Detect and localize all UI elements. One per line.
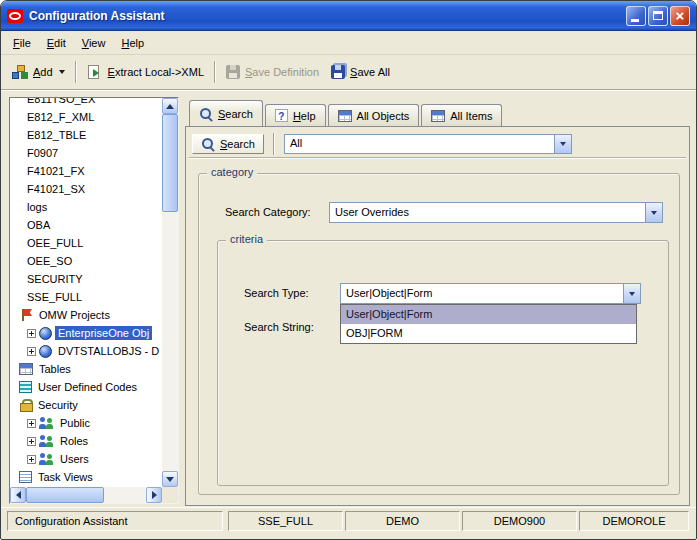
down-arrow-icon — [651, 211, 657, 215]
people-icon — [39, 417, 54, 429]
tree-item[interactable]: User Defined Codes — [10, 378, 162, 396]
status-cell-title: Configuration Assistant — [7, 511, 223, 531]
tree-item-label: Security — [35, 398, 81, 412]
search-type-dropdown[interactable]: User|Object|Form — [340, 283, 641, 304]
search-type-label: Search Type: — [244, 287, 309, 299]
filter-value: All — [285, 134, 554, 153]
save-definition-button: Save Definition — [220, 61, 325, 83]
tab-all-objects[interactable]: All Objects — [328, 104, 420, 126]
tbl-icon — [19, 363, 33, 375]
save-all-button[interactable]: Save All — [325, 61, 396, 83]
tree-item-label: OMW Projects — [36, 308, 113, 322]
expand-plus-icon[interactable] — [27, 347, 36, 356]
dropdown-arrow-icon[interactable] — [59, 70, 65, 74]
save-icon — [226, 65, 240, 79]
close-button[interactable] — [670, 6, 690, 26]
search-category-dropdown[interactable]: User Overrides — [329, 202, 663, 223]
tree-item-label: DVTSTALLOBJS - D — [55, 344, 162, 358]
tree-item[interactable]: Users — [10, 450, 162, 468]
tab-help[interactable]: Help — [265, 104, 326, 126]
extract-icon — [87, 65, 103, 79]
status-cell-version: DEMO900 — [462, 511, 577, 531]
expand-plus-icon[interactable] — [27, 455, 36, 464]
tree-item[interactable]: Task Views — [10, 468, 162, 486]
tree-item[interactable]: Security — [10, 396, 162, 414]
minimize-button[interactable] — [626, 6, 646, 26]
expand-plus-icon[interactable] — [27, 329, 36, 338]
scroll-right-button[interactable] — [146, 487, 162, 503]
maximize-button[interactable] — [648, 6, 668, 26]
menu-edit[interactable]: Edit — [39, 34, 74, 52]
menu-view[interactable]: View — [74, 34, 114, 52]
tree-item[interactable]: E812_TBLE — [10, 126, 162, 144]
tree-item-label: OEE_FULL — [24, 236, 86, 250]
scroll-down-button[interactable] — [162, 471, 178, 487]
tree-item[interactable]: OBA — [10, 216, 162, 234]
toolbar-separator — [214, 61, 216, 83]
right-arrow-icon — [152, 491, 157, 499]
status-cell-user: DEMO — [345, 511, 460, 531]
search-button-label: Search — [220, 138, 255, 150]
tree-item[interactable]: SECURITY — [10, 270, 162, 288]
tree-item[interactable]: OMW Projects — [10, 306, 162, 324]
expand-plus-icon[interactable] — [27, 437, 36, 446]
tree-vertical-scrollbar[interactable] — [162, 98, 178, 487]
tab-all-items[interactable]: All Items — [421, 104, 502, 126]
tab-all-items-label: All Items — [450, 110, 492, 122]
tree-item[interactable]: SSE_FULL — [10, 288, 162, 306]
tree-item-label: EnterpriseOne Obj — [55, 326, 152, 340]
tree-item[interactable]: E812_F_XML — [10, 108, 162, 126]
search-type-value: User|Object|Form — [341, 284, 623, 303]
scroll-up-button[interactable] — [162, 98, 178, 114]
scrollbar-corner — [162, 487, 178, 503]
tree-item-label: Public — [57, 416, 93, 430]
window-controls — [626, 6, 690, 26]
search-filter-dropdown[interactable]: All — [284, 134, 572, 154]
tree-item[interactable]: EnterpriseOne Obj — [10, 324, 162, 342]
search-icon — [201, 137, 215, 151]
task-icon — [19, 471, 32, 483]
option-obj-form[interactable]: OBJ|FORM — [341, 324, 636, 343]
option-user-object-form[interactable]: User|Object|Form — [341, 305, 636, 324]
tree-item[interactable]: Roles — [10, 432, 162, 450]
tree-item-label: SSE_FULL — [24, 290, 85, 304]
tree-item[interactable]: logs — [10, 198, 162, 216]
add-button[interactable]: Add — [6, 61, 71, 83]
search-button[interactable]: Search — [192, 134, 264, 154]
up-arrow-icon — [166, 104, 174, 109]
chevron-down-icon[interactable] — [623, 284, 640, 303]
toolbar-separator — [273, 133, 275, 155]
tree-item[interactable]: F0907 — [10, 144, 162, 162]
title-bar[interactable]: Configuration Assistant — [1, 1, 696, 31]
tree-item[interactable]: Public — [10, 414, 162, 432]
chevron-down-icon[interactable] — [645, 203, 662, 222]
tree-view[interactable]: E811TSO_EXE812_F_XMLE812_TBLEF0907F41021… — [10, 98, 162, 487]
close-icon — [671, 7, 689, 25]
expand-plus-icon[interactable] — [27, 419, 36, 428]
menu-file[interactable]: File — [5, 34, 39, 52]
horizontal-scrollbar-thumb[interactable] — [26, 487, 104, 503]
extract-local-xml-button[interactable]: Extract Local->XML — [81, 61, 210, 83]
tree-item[interactable]: F41021_FX — [10, 162, 162, 180]
status-cell-environment: SSE_FULL — [228, 511, 343, 531]
menu-bar: File Edit View Help — [1, 31, 696, 55]
configuration-assistant-window: Configuration Assistant File Edit View H… — [0, 0, 697, 540]
menu-help[interactable]: Help — [113, 34, 152, 52]
tree-item-label: F41021_FX — [24, 164, 87, 178]
tree-item-label: OBA — [24, 218, 53, 232]
vertical-scrollbar-thumb[interactable] — [162, 114, 178, 212]
tree-item[interactable]: Tables — [10, 360, 162, 378]
tab-bar: Search Help All Objects All Items — [189, 101, 502, 126]
chevron-down-icon[interactable] — [554, 135, 571, 153]
tab-search-label: Search — [218, 108, 253, 120]
tree-item[interactable]: OEE_SO — [10, 252, 162, 270]
tree-item[interactable]: OEE_FULL — [10, 234, 162, 252]
tree-item[interactable]: DVTSTALLOBJS - D — [10, 342, 162, 360]
tree-horizontal-scrollbar[interactable] — [10, 487, 162, 503]
tab-search[interactable]: Search — [189, 100, 263, 126]
tree-item[interactable]: F41021_SX — [10, 180, 162, 198]
tree-item[interactable]: E811TSO_EX — [10, 98, 162, 108]
orb-icon — [39, 327, 52, 340]
scroll-left-button[interactable] — [10, 487, 26, 503]
codes-icon — [19, 381, 32, 393]
